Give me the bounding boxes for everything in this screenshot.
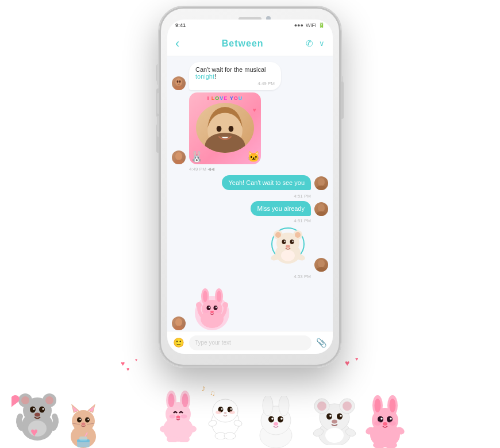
pink-bunny-right-sticker [362,393,408,445]
svg-point-27 [286,245,290,248]
svg-point-123 [344,427,356,437]
attachment-button[interactable]: 📎 [316,338,327,348]
svg-point-125 [372,408,398,433]
svg-point-12 [318,204,325,212]
svg-point-50 [23,397,52,424]
svg-point-94 [224,412,227,414]
svg-rect-72 [77,439,90,442]
svg-point-87 [178,436,190,442]
bubble-3: Yeah! Can't wait to see you [222,175,311,190]
svg-text:♥: ♥ [30,425,38,439]
svg-point-112 [314,399,329,414]
gray-bear-sticker: ♥ [11,385,63,442]
love-sticker: I LOVE YOU [189,92,261,164]
svg-point-24 [290,240,294,244]
svg-point-129 [390,399,396,412]
avatar-6 [172,316,186,330]
chat-area[interactable]: Can't wait for the musical tonight! 4:49… [167,56,333,331]
svg-point-42 [209,307,210,308]
chevron-down-icon[interactable]: ∨ [319,39,325,48]
svg-point-140 [384,442,397,448]
bubble-4: Miss you already [251,201,311,216]
svg-point-44 [210,311,214,313]
app-title: Between [222,38,264,49]
svg-point-48 [222,302,228,308]
svg-point-121 [325,428,344,443]
svg-point-128 [375,399,381,412]
svg-point-88 [211,407,239,437]
svg-point-31 [175,318,182,326]
heart-5: ♥ [355,356,358,362]
svg-point-100 [224,432,236,439]
svg-point-32 [174,326,184,330]
svg-point-4 [175,152,182,160]
svg-point-58 [43,408,44,410]
svg-point-45 [203,310,209,313]
svg-point-39 [217,291,221,302]
text-input[interactable]: Type your text [189,335,311,350]
svg-point-8 [217,126,222,132]
svg-point-84 [160,426,169,432]
heart-3: ♥ [135,358,137,362]
svg-point-56 [39,407,45,413]
svg-point-133 [390,418,392,420]
svg-point-95 [216,411,221,414]
call-icon[interactable]: ✆ [306,38,313,49]
svg-point-99 [215,432,226,439]
svg-point-117 [337,414,343,420]
svg-point-106 [278,416,283,423]
svg-point-46 [215,310,221,313]
svg-line-74 [85,432,87,437]
svg-point-81 [176,416,180,419]
message-row-1: Can't wait for the musical tonight! 4:49… [172,62,328,90]
back-button[interactable]: ‹ [175,36,179,51]
heart-2: ♥ [126,366,129,372]
sticker-button[interactable]: 🙂 [173,337,184,348]
svg-point-62 [71,425,96,448]
svg-point-82 [170,415,176,419]
bunny-sticker [189,281,235,330]
svg-point-14 [318,260,325,268]
svg-point-68 [82,423,86,426]
ghost-sticker [207,393,244,437]
svg-point-135 [374,421,381,426]
svg-point-75 [163,416,193,442]
svg-point-113 [340,399,355,414]
heart-4: ♥ [345,358,349,368]
svg-point-105 [268,416,274,423]
svg-point-98 [233,419,243,427]
svg-point-40 [207,306,211,310]
pink-bunny-sticker-cl [155,388,201,439]
svg-point-92 [221,408,223,410]
svg-point-26 [293,241,294,242]
svg-point-110 [318,421,351,445]
svg-line-69 [72,423,80,424]
message-row-4: Miss you already [172,201,328,216]
svg-point-53 [21,396,29,404]
music-note-2: ♫ [210,389,216,397]
message-row-2: I LOVE YOU [172,92,328,164]
avatar-2 [172,150,186,164]
app-header: ‹ Between ✆ ∨ [167,31,333,56]
svg-point-64 [77,418,82,423]
svg-point-111 [320,404,349,431]
svg-point-21 [275,232,281,238]
svg-point-120 [332,420,337,424]
message-row-3: Yeah! Can't wait to see you [172,175,328,190]
svg-point-51 [18,393,32,407]
svg-point-114 [317,401,326,411]
svg-point-15 [316,267,326,272]
chat-input-bar: 🙂 Type your text 📎 [167,331,333,354]
svg-point-63 [72,410,95,432]
svg-point-103 [263,396,273,416]
music-note: ♪ [201,383,206,393]
svg-point-96 [229,411,235,414]
svg-point-78 [180,391,190,410]
svg-point-77 [166,391,176,410]
svg-point-104 [279,396,289,416]
white-bunny-sticker [253,396,299,445]
svg-point-132 [380,418,383,420]
svg-point-122 [312,427,324,437]
phone-frame: 9:41 ●●● WiFi 🔋 ‹ Between ✆ ∨ [158,6,342,368]
svg-rect-71 [77,439,90,447]
